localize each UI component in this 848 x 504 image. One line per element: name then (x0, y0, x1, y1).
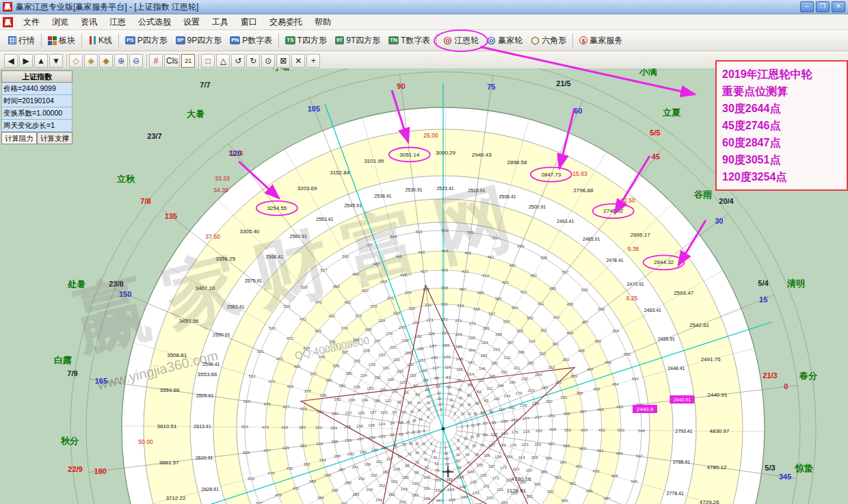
maximize-button[interactable]: ❐ (816, 1, 830, 12)
wheel-number: 503 (624, 352, 631, 356)
wheel-number: 49 (415, 451, 419, 455)
wheel-number: 234 (360, 373, 368, 377)
menu-item-8[interactable]: 交易委托 (263, 15, 308, 29)
wheel-number: 450 (593, 469, 600, 473)
wheel-number: 345 (779, 473, 791, 481)
wheel-number: 79 (480, 443, 485, 447)
wheel-number: 360 (562, 358, 570, 362)
calc-resistance-button[interactable]: 计算阻力 (1, 132, 37, 144)
toolbar-item-11[interactable]: 六角形 (527, 33, 570, 49)
close-button[interactable]: ✕ (832, 1, 845, 12)
wheel-number: 57 (483, 421, 488, 425)
wheel-number: 53 (456, 459, 460, 463)
menu-item-1[interactable]: 浏览 (46, 15, 75, 29)
toolbar-item-4[interactable]: 9P9P四方形 (172, 33, 226, 49)
wheel-number: 42 (437, 391, 441, 395)
menu-item-7[interactable]: 窗口 (235, 15, 263, 29)
toolbar-item-8[interactable]: TNT数字表 (384, 33, 434, 49)
toolbar-item-12[interactable]: $赢家服务 (575, 33, 626, 49)
drawbar-button-7[interactable]: ◆ (99, 54, 113, 68)
wheel-number: 137 (488, 464, 496, 468)
drawbar-button-18[interactable]: ↻ (246, 54, 260, 68)
drawbar-button-16[interactable]: △ (216, 54, 230, 68)
wheel-number: 139 (499, 443, 507, 447)
wheel-number: 510 (492, 236, 500, 240)
drawbar-button-2[interactable]: ▲ (34, 54, 48, 68)
wheel-number: 19 (456, 447, 460, 451)
gann-wheel-icon (443, 36, 452, 45)
wheel-number: 21 (471, 423, 475, 427)
drawbar-button-17[interactable]: ↺ (231, 54, 245, 68)
wheel-number: 120 (399, 380, 407, 384)
panel-row-2: 变换系数=1.00000 (1, 107, 72, 120)
wheel-number: 150 (119, 290, 131, 298)
drawbar-button-22[interactable]: + (306, 54, 320, 68)
wheel-number: 159 (369, 436, 376, 440)
menu-item-6[interactable]: 工具 (206, 15, 235, 29)
toolbar-item-5[interactable]: PNP数字表 (226, 33, 276, 49)
wheel-number: 3051.14 (399, 152, 419, 158)
wheel-number: 170 (473, 491, 480, 495)
wheel-number: 2949.43 (472, 152, 492, 158)
menu-item-0[interactable]: 文件 (17, 15, 46, 29)
wheel-number: 2628.41 (202, 487, 219, 492)
toolbar-item-2[interactable]: K线 (84, 33, 116, 49)
toolbar-item-0[interactable]: 行情 (4, 33, 39, 49)
minimize-button[interactable]: ─ (800, 1, 814, 12)
toolbar-item-6[interactable]: TST四方形 (281, 33, 331, 49)
menu-item-4[interactable]: 公式选股 (132, 15, 177, 29)
drawbar-button-5[interactable]: ◇ (69, 54, 83, 68)
wheel-number: 329 (325, 378, 332, 382)
wheel-number: 30 (715, 217, 723, 225)
wheel-number: 0 (784, 382, 788, 390)
drawbar-button-9[interactable]: ⊖ (129, 54, 143, 68)
drawbar-button-11[interactable]: # (149, 54, 163, 68)
wheel-number: 2440.9 (637, 406, 654, 412)
wheel-number: 1 (461, 425, 463, 429)
wheel-number: 133 (447, 488, 455, 492)
wheel-number: 117 (432, 366, 439, 370)
menu-item-5[interactable]: 设置 (177, 15, 206, 29)
menu-item-3[interactable]: 江恩 (103, 15, 132, 29)
wheel-number: 474 (268, 380, 276, 384)
toolbar-item-10[interactable]: 赢家轮 (483, 33, 527, 49)
wheel-number: 322 (408, 306, 416, 310)
wheel-number: 164 (401, 487, 408, 491)
wheel-number: 114 (468, 372, 475, 376)
wheel-number: 400 (561, 499, 568, 503)
drawbar-button-21[interactable]: ✕ (291, 54, 305, 68)
drawbar-button-13[interactable]: 21 (181, 54, 195, 68)
toolbar-item-1[interactable]: 板块 (44, 33, 79, 49)
wheel-number: 202 (388, 492, 396, 496)
toolbar-item-3[interactable]: PSP四方形 (121, 33, 172, 49)
menu-item-2[interactable]: 资讯 (75, 15, 103, 29)
wheel-number: 244 (375, 498, 383, 502)
drawbar-button-15[interactable]: □ (201, 54, 215, 68)
wheel-number: 135 (165, 212, 177, 220)
drawbar-button-3[interactable]: ▼ (49, 54, 63, 68)
wheel-number: 82 (489, 410, 494, 414)
wheel-number: 78 (475, 453, 479, 457)
wheel-number: 3000.29 (436, 150, 455, 156)
drawbar-button-0[interactable]: ◀ (4, 54, 18, 68)
menu-item-9[interactable]: 帮助 (308, 15, 337, 29)
drawbar-button-19[interactable]: ⊙ (261, 54, 275, 68)
wheel-number: 59 (475, 401, 479, 406)
wheel-number: 157 (370, 410, 377, 414)
drawbar-button-1[interactable]: ▶ (19, 54, 33, 68)
wheel-number: 61 (458, 388, 462, 392)
toolbar-item-7[interactable]: 9T9T四方形 (331, 33, 384, 49)
wheel-number: 处暑 (67, 279, 85, 289)
wheel-number: 362 (540, 328, 548, 332)
drawbar-button-12[interactable]: Cls (164, 54, 180, 68)
wheel-number: 7/9 (67, 369, 77, 377)
wheel-number: 16 (421, 442, 425, 446)
wheel-number: 18 (445, 451, 449, 455)
drawbar-button-20[interactable]: ⊠ (276, 54, 290, 68)
drawbar-button-6[interactable]: ◈ (84, 54, 98, 68)
drawbar-button-8[interactable]: ⊕ (114, 54, 128, 68)
toolbar-item-label: T四方形 (297, 35, 327, 47)
toolbar-separator (118, 34, 119, 47)
calc-support-button[interactable]: 计算支撑 (37, 132, 72, 144)
toolbar-item-gann-wheel[interactable]: 江恩轮 (439, 33, 483, 49)
